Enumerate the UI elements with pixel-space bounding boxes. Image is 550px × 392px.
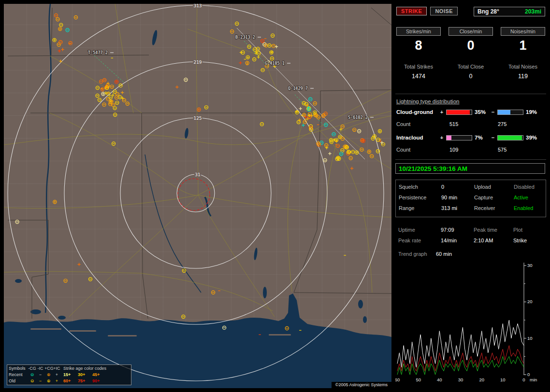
upload-label: Upload bbox=[474, 183, 491, 191]
legend-col-header: +CG bbox=[44, 365, 53, 372]
divider bbox=[395, 94, 546, 94]
svg-text:31: 31 bbox=[195, 172, 200, 177]
trend-header: Trend graph 60 min bbox=[395, 250, 546, 258]
legend-col-header: -CG bbox=[28, 365, 36, 372]
total-strikes: Total Strikes 1474 bbox=[396, 64, 441, 80]
strikes-per-min-label[interactable]: Strikes/min bbox=[396, 27, 441, 36]
alarm-radius-circle bbox=[178, 179, 210, 210]
uptime-label: Uptime bbox=[398, 226, 415, 234]
distribution-title: Lightning type distribution bbox=[396, 98, 459, 104]
datetime-display: 10/21/2025 5:39:16 AM bbox=[395, 163, 545, 174]
svg-text:Q-1429 7: Q-1429 7 bbox=[288, 86, 308, 91]
total-close-value: 0 bbox=[449, 73, 493, 80]
noise-button[interactable]: NOISE bbox=[430, 7, 458, 15]
age-code: 15+ bbox=[61, 372, 75, 378]
barrier-island bbox=[269, 334, 291, 336]
circle-plus-icon: ⊕ bbox=[44, 372, 53, 378]
tombigbee-river bbox=[145, 154, 201, 293]
ic-minus-pct: 39% bbox=[525, 135, 541, 140]
copyright-text: ©2005 Astrogenic Systems bbox=[332, 382, 391, 388]
svg-text:20: 20 bbox=[527, 299, 533, 304]
map-container[interactable]: 31321912531 B-2313 2T-5477 2G-4185 1Q-14… bbox=[4, 4, 391, 388]
peak-rate-label: Peak rate bbox=[398, 237, 421, 244]
storm-tracks-layer bbox=[94, 28, 365, 159]
strikes-per-min-box: Strikes/min 8 bbox=[396, 27, 441, 53]
svg-text:50: 50 bbox=[416, 377, 421, 382]
cloud-ground-count-row: Count 515 275 bbox=[396, 121, 507, 127]
strike-button[interactable]: STRIKE bbox=[396, 7, 427, 15]
bearing-box: Bng 28° 203mi bbox=[474, 7, 545, 16]
totals-row: Total Strikes 1474 Total Close 0 Total N… bbox=[395, 64, 546, 80]
svg-text:S-6102 2: S-6102 2 bbox=[348, 115, 368, 120]
cg-plus-count: 515 bbox=[449, 121, 498, 127]
minus-sign: − bbox=[490, 109, 496, 115]
age-code: 45+ bbox=[90, 372, 104, 378]
svg-text:min: min bbox=[530, 377, 537, 382]
persistence-label: Persistence bbox=[399, 194, 426, 201]
legend-col-header: -IC bbox=[36, 365, 44, 372]
svg-text:G-4185 1: G-4185 1 bbox=[265, 61, 285, 66]
peak-time-label: Peak time bbox=[474, 226, 497, 234]
svg-text:10: 10 bbox=[527, 336, 533, 341]
cg-minus-pct: 19% bbox=[525, 109, 541, 115]
circle-minus-icon: ⊖ bbox=[28, 378, 36, 384]
close-per-min-value: 0 bbox=[449, 38, 493, 53]
status-row-1: Uptime 97:09 Peak time Plot bbox=[395, 226, 546, 234]
receiver-label: Receiver bbox=[474, 204, 495, 212]
lake bbox=[58, 316, 66, 320]
cg-minus-bar bbox=[497, 110, 523, 115]
trend-graph-label: Trend graph bbox=[398, 250, 427, 258]
barrier-island bbox=[69, 330, 96, 332]
noises-per-min-box: Noises/min 1 bbox=[501, 27, 545, 53]
minus-icon: − bbox=[36, 378, 44, 384]
lake bbox=[363, 316, 367, 323]
count-label: Count bbox=[396, 147, 449, 153]
capture-label: Capture bbox=[474, 194, 493, 201]
squelch-value: 0 bbox=[441, 183, 444, 191]
svg-text:30: 30 bbox=[527, 263, 533, 268]
bearing-value: Bng 28° bbox=[478, 8, 499, 15]
legend-symbols-title: Symbols bbox=[9, 365, 28, 372]
total-strikes-value: 1474 bbox=[396, 73, 441, 80]
legend-row-label: Old bbox=[9, 378, 28, 384]
storm-track bbox=[237, 28, 365, 159]
total-noises-label: Total Noises bbox=[501, 64, 545, 70]
peak-rate-value: 14/min bbox=[441, 237, 457, 244]
svg-text:30: 30 bbox=[458, 377, 463, 382]
lake bbox=[184, 128, 189, 139]
count-label: Count bbox=[396, 121, 449, 127]
legend-age-title: Strike age color codes bbox=[61, 365, 130, 372]
settings-row: Squelch 0 Upload Disabled bbox=[396, 183, 546, 191]
total-close: Total Close 0 bbox=[449, 64, 493, 80]
minus-sign: − bbox=[490, 135, 496, 140]
map[interactable]: 31321912531 B-2313 2T-5477 2G-4185 1Q-14… bbox=[4, 4, 391, 388]
intracloud-label: Intracloud bbox=[396, 135, 439, 140]
capture-status: Active bbox=[514, 194, 528, 201]
storm-track bbox=[94, 56, 125, 83]
lake bbox=[358, 300, 363, 308]
close-per-min-box: Close/min 0 bbox=[449, 27, 493, 53]
settings-box: Squelch 0 Upload Disabled Persistence 90… bbox=[395, 180, 546, 217]
legend-recent-row: Recent ⊖ − ⊕ + 15+ 30+ 45+ bbox=[9, 372, 130, 378]
noises-per-min-value: 1 bbox=[501, 38, 545, 53]
close-per-min-label[interactable]: Close/min bbox=[449, 27, 493, 36]
ic-minus-bar bbox=[497, 135, 523, 140]
persistence-value: 90 min bbox=[441, 194, 457, 201]
range-value: 313 mi bbox=[441, 204, 457, 212]
trend-chart: 01020306050403020100min bbox=[395, 260, 546, 388]
cloud-ground-row: Cloud-ground + 35% − 19% bbox=[396, 109, 541, 115]
ic-plus-bar bbox=[446, 135, 472, 140]
center-river bbox=[205, 197, 211, 216]
map-legend: Symbols -CG -IC +CG +IC Strike age color… bbox=[7, 364, 131, 385]
plus-sign: + bbox=[439, 109, 445, 115]
ic-plus-count: 109 bbox=[449, 147, 498, 153]
trend-window-value: 60 min bbox=[436, 250, 452, 258]
lake bbox=[263, 287, 267, 298]
lake bbox=[151, 30, 158, 46]
noises-per-min-label[interactable]: Noises/min bbox=[501, 27, 545, 36]
lake bbox=[15, 279, 22, 283]
svg-text:B-2313 2: B-2313 2 bbox=[235, 35, 255, 40]
legend-old-row: Old ⊖ − ⊕ + 60+ 75+ 90+ bbox=[9, 378, 130, 384]
divider bbox=[395, 159, 546, 160]
cg-plus-pct: 35% bbox=[474, 109, 490, 115]
